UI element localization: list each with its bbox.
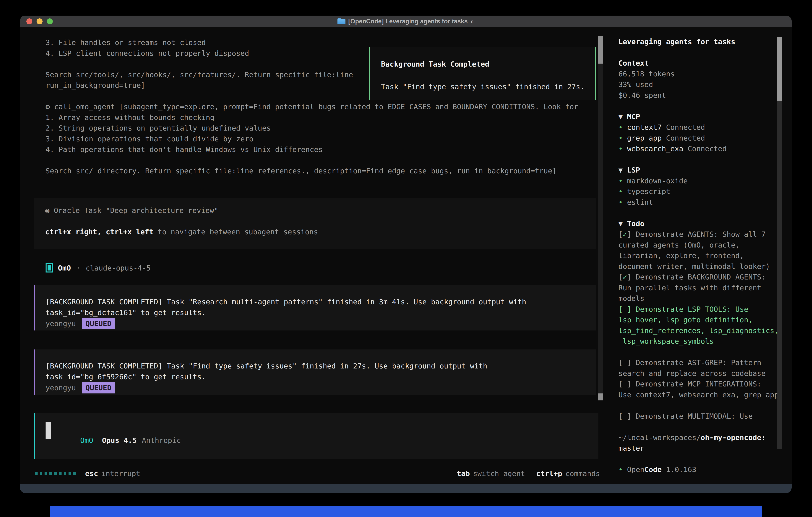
terminal-line: Use context7, websearch_exa, grep_app — [618, 389, 779, 400]
terminal-line: • OpenCode 1.0.163 — [618, 464, 779, 475]
terminal-line: lsp_workspace_symbols — [618, 336, 779, 347]
terminal-line: • markdown-oxide — [618, 175, 779, 186]
input-model-name: Opus 4.5 — [102, 436, 137, 444]
terminal-line: models — [618, 293, 779, 304]
terminal-line — [618, 347, 779, 357]
task-author: yeongyu — [46, 384, 76, 392]
status-bar-right: tab switch agent ctrl+p commands — [457, 469, 600, 478]
input-agent-name: OmO — [80, 436, 93, 444]
desktop-bottom-strip — [50, 506, 762, 517]
terminal-line: • typescript — [618, 186, 779, 197]
terminal-line — [618, 154, 779, 165]
task-message-line2: task_id="bg_dcfac161" to get results. — [46, 307, 596, 318]
terminal-line: • context7 Connected — [618, 122, 779, 133]
terminal-line — [618, 400, 779, 411]
terminal-line — [618, 208, 779, 218]
terminal-line — [618, 454, 779, 464]
task-message-line1: [BACKGROUND TASK COMPLETED] Task "Find t… — [46, 361, 596, 372]
agent-checkbox-icon — [46, 263, 53, 272]
esc-key-label: interrupt — [101, 469, 140, 478]
window-title-group: [OpenCode] Leveraging agents for tasks ◐ — [338, 18, 474, 25]
tab-key-label: switch agent — [473, 469, 525, 478]
progress-dot — [35, 472, 37, 475]
oracle-shortcut-keys: ctrl+x right, ctrl+x left — [45, 228, 153, 236]
main-scrollbar-track[interactable] — [598, 36, 603, 401]
progress-dot — [68, 472, 71, 475]
progress-dot — [54, 472, 57, 475]
terminal-line: 3. File handles or streams not closed — [46, 37, 578, 48]
terminal-line: [ ] Demonstrate MCP INTEGRATIONS: — [618, 379, 779, 389]
notification-body: Task "Find type safety issues" finished … — [381, 83, 595, 91]
close-button[interactable] — [26, 19, 32, 24]
background-task-notification: Background Task Completed Task "Find typ… — [369, 47, 596, 100]
terminal-line: librarian, explore, frontend, — [618, 250, 779, 261]
task-message-line1: [BACKGROUND TASK COMPLETED] Task "Resear… — [46, 297, 596, 307]
tab-key-hint[interactable]: tab — [457, 469, 470, 478]
sidebar-panel: Leveraging agents for tasks Context66,51… — [618, 36, 779, 475]
oracle-task-title: Oracle Task "Deep architecture review" — [54, 206, 219, 215]
progress-dots — [35, 472, 76, 475]
terminal-line: [ ] Demonstrate LSP TOOLS: Use — [618, 304, 779, 315]
task-message-line2: task_id="bg_6f59260c" to get results. — [46, 372, 596, 382]
agent-separator: · — [76, 264, 81, 272]
terminal-line: search and replace across codebase — [618, 368, 779, 379]
terminal-line: ~/local-workspaces/oh-my-opencode: — [618, 432, 779, 443]
fisheye-icon: ◉ — [45, 206, 50, 215]
ctrlp-key-label: commands — [566, 469, 600, 478]
sidebar-scrollbar-thumb[interactable] — [777, 37, 782, 101]
terminal-line: 1. Array access without bounds checking — [46, 112, 578, 123]
status-bar: esc interrupt tab switch agent ctrl+p co… — [35, 468, 600, 479]
task-message-block[interactable]: [BACKGROUND TASK COMPLETED] Task "Find t… — [34, 350, 596, 394]
task-author: yeongyu — [46, 320, 76, 328]
terminal-line: Context — [618, 58, 779, 69]
desktop: [OpenCode] Leveraging agents for tasks ◐… — [0, 0, 812, 517]
queued-badge: QUEUED — [82, 318, 115, 329]
terminal-line: ▼ LSP — [618, 165, 779, 175]
terminal-line: [ ] Demonstrate AST-GREP: Pattern — [618, 357, 779, 368]
terminal-line: 2. String operations on potentially unde… — [46, 123, 578, 134]
main-scrollbar-thumb-secondary[interactable] — [598, 393, 603, 400]
task-message-block[interactable]: [BACKGROUND TASK COMPLETED] Task "Resear… — [34, 285, 596, 330]
progress-dot — [59, 472, 61, 475]
terminal-line: [✓] Demonstrate BACKGROUND AGENTS: — [618, 272, 779, 282]
progress-dot — [64, 472, 66, 475]
main-scrollbar-thumb[interactable] — [598, 36, 603, 63]
agent-session-header: OmO · claude-opus-4-5 — [46, 262, 151, 274]
terminal-line: lsp_find_references, lsp_diagnostics, — [618, 325, 779, 336]
progress-dot — [40, 472, 42, 475]
terminal-line: master — [618, 443, 779, 454]
window-bottom-edge — [20, 484, 792, 493]
terminal-line: $0.46 spent — [618, 90, 779, 101]
terminal-line: 4. Path operations that don't handle Win… — [46, 144, 578, 155]
input-footer: OmOOpus 4.5Anthropic — [46, 428, 181, 453]
window-title: [OpenCode] Leveraging agents for tasks — [348, 18, 468, 25]
terminal-line: ⚙ call_omo_agent [subagent_type=explore,… — [46, 101, 578, 112]
terminal-line: lsp_hover, lsp_goto_definition, — [618, 315, 779, 325]
terminal-line: ▼ Todo — [618, 218, 779, 229]
terminal-line: Leveraging agents for tasks — [618, 36, 779, 47]
terminal-line: Run parallel tasks with different — [618, 282, 779, 293]
terminal-line: [ ] Demonstrate MULTIMODAL: Use — [618, 411, 779, 421]
terminal-line — [618, 101, 779, 111]
terminal-line: • grep_app Connected — [618, 133, 779, 143]
maximize-button[interactable] — [47, 19, 53, 24]
terminal-line: curated agents (OmO, oracle, — [618, 240, 779, 250]
terminal-line: 3. Division operations that could divide… — [46, 134, 578, 144]
terminal-line: [✓] Demonstrate AGENTS: Show all 7 — [618, 229, 779, 240]
terminal-line: Search src/ directory. Return specific f… — [46, 166, 578, 176]
agent-model: claude-opus-4-5 — [86, 264, 151, 272]
prompt-input[interactable]: OmOOpus 4.5Anthropic — [34, 413, 599, 459]
esc-key-hint[interactable]: esc — [85, 469, 98, 478]
input-provider-name: Anthropic — [142, 436, 181, 444]
oracle-task-panel[interactable]: ◉ Oracle Task "Deep architecture review"… — [34, 198, 596, 249]
queued-badge: QUEUED — [82, 382, 115, 393]
progress-dot — [45, 472, 47, 475]
folder-icon — [338, 19, 345, 24]
terminal-line — [46, 155, 578, 166]
terminal-line: 66,518 tokens — [618, 69, 779, 79]
terminal-line — [618, 421, 779, 432]
ctrlp-key-hint[interactable]: ctrl+p — [536, 469, 562, 478]
traffic-lights — [26, 19, 53, 24]
minimize-button[interactable] — [36, 19, 42, 24]
window-titlebar[interactable]: [OpenCode] Leveraging agents for tasks ◐ — [20, 16, 792, 27]
